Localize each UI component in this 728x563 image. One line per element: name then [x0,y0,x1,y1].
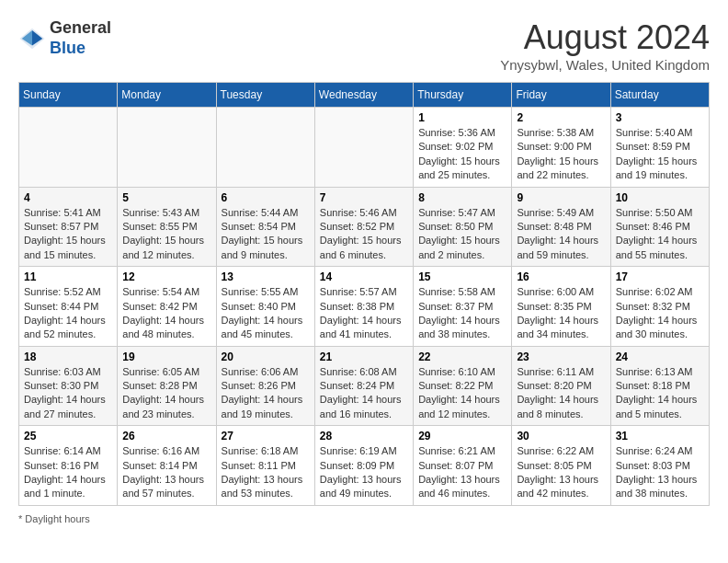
day-number: 23 [517,350,605,363]
header-thursday: Thursday [414,83,512,108]
calendar-cell: 28Sunrise: 6:19 AM Sunset: 8:09 PM Dayli… [314,426,413,506]
day-number: 3 [616,111,704,124]
day-info: Sunrise: 6:21 AM Sunset: 8:07 PM Dayligh… [418,444,506,501]
logo-general: General [50,18,111,37]
day-info: Sunrise: 6:19 AM Sunset: 8:09 PM Dayligh… [320,444,408,501]
day-number: 6 [222,191,310,204]
calendar-cell: 13Sunrise: 5:55 AM Sunset: 8:40 PM Dayli… [216,267,314,347]
day-number: 20 [222,350,310,363]
day-number: 18 [24,350,112,363]
day-info: Sunrise: 5:43 AM Sunset: 8:55 PM Dayligh… [122,206,210,263]
calendar-cell: 7Sunrise: 5:46 AM Sunset: 8:52 PM Daylig… [314,187,413,267]
day-info: Sunrise: 6:05 AM Sunset: 8:28 PM Dayligh… [122,365,210,422]
calendar-header-row: SundayMondayTuesdayWednesdayThursdayFrid… [19,83,710,108]
calendar: SundayMondayTuesdayWednesdayThursdayFrid… [18,82,710,506]
day-number: 10 [616,191,704,204]
calendar-cell: 6Sunrise: 5:44 AM Sunset: 8:54 PM Daylig… [216,187,314,267]
location: Ynysybwl, Wales, United Kingdom [500,57,710,73]
logo: General Blue [18,18,111,58]
day-info: Sunrise: 6:10 AM Sunset: 8:22 PM Dayligh… [418,365,506,422]
calendar-cell: 9Sunrise: 5:49 AM Sunset: 8:48 PM Daylig… [512,187,610,267]
calendar-cell: 16Sunrise: 6:00 AM Sunset: 8:35 PM Dayli… [512,267,610,347]
calendar-week-1: 1Sunrise: 5:36 AM Sunset: 9:02 PM Daylig… [19,108,710,188]
header-sunday: Sunday [19,83,118,108]
calendar-cell: 11Sunrise: 5:52 AM Sunset: 8:44 PM Dayli… [19,267,118,347]
calendar-cell: 2Sunrise: 5:38 AM Sunset: 9:00 PM Daylig… [512,108,610,188]
day-number: 19 [122,350,210,363]
logo-blue: Blue [50,39,85,57]
header-wednesday: Wednesday [314,83,413,108]
day-info: Sunrise: 6:06 AM Sunset: 8:26 PM Dayligh… [222,365,310,422]
calendar-cell: 29Sunrise: 6:21 AM Sunset: 8:07 PM Dayli… [414,426,512,506]
month-title: August 2024 [500,18,710,57]
calendar-cell: 5Sunrise: 5:43 AM Sunset: 8:55 PM Daylig… [118,187,216,267]
calendar-cell: 18Sunrise: 6:03 AM Sunset: 8:30 PM Dayli… [19,346,118,426]
calendar-cell: 14Sunrise: 5:57 AM Sunset: 8:38 PM Dayli… [314,267,413,347]
day-info: Sunrise: 6:13 AM Sunset: 8:18 PM Dayligh… [616,365,704,422]
calendar-cell: 31Sunrise: 6:24 AM Sunset: 8:03 PM Dayli… [610,426,709,506]
calendar-cell: 4Sunrise: 5:41 AM Sunset: 8:57 PM Daylig… [19,187,118,267]
day-number: 17 [616,270,704,283]
day-number: 14 [320,270,408,283]
calendar-cell: 23Sunrise: 6:11 AM Sunset: 8:20 PM Dayli… [512,346,610,426]
day-number: 11 [24,270,112,283]
calendar-cell [118,108,216,188]
day-info: Sunrise: 6:22 AM Sunset: 8:05 PM Dayligh… [517,444,605,501]
day-number: 29 [418,430,506,442]
day-info: Sunrise: 6:24 AM Sunset: 8:03 PM Dayligh… [616,444,704,501]
calendar-cell: 27Sunrise: 6:18 AM Sunset: 8:11 PM Dayli… [216,426,314,506]
calendar-cell: 17Sunrise: 6:02 AM Sunset: 8:32 PM Dayli… [610,267,709,347]
calendar-cell: 21Sunrise: 6:08 AM Sunset: 8:24 PM Dayli… [314,346,413,426]
day-number: 31 [616,430,704,442]
day-number: 13 [222,270,310,283]
calendar-cell: 20Sunrise: 6:06 AM Sunset: 8:26 PM Dayli… [216,346,314,426]
day-info: Sunrise: 5:38 AM Sunset: 9:00 PM Dayligh… [517,126,605,183]
calendar-cell: 26Sunrise: 6:16 AM Sunset: 8:14 PM Dayli… [118,426,216,506]
day-info: Sunrise: 5:55 AM Sunset: 8:40 PM Dayligh… [222,285,310,342]
day-info: Sunrise: 6:03 AM Sunset: 8:30 PM Dayligh… [24,365,112,422]
calendar-cell [19,108,118,188]
day-info: Sunrise: 6:14 AM Sunset: 8:16 PM Dayligh… [24,444,112,501]
day-number: 24 [616,350,704,363]
calendar-week-3: 11Sunrise: 5:52 AM Sunset: 8:44 PM Dayli… [19,267,710,347]
day-info: Sunrise: 5:46 AM Sunset: 8:52 PM Dayligh… [320,206,408,263]
calendar-cell: 24Sunrise: 6:13 AM Sunset: 8:18 PM Dayli… [610,346,709,426]
calendar-cell: 19Sunrise: 6:05 AM Sunset: 8:28 PM Dayli… [118,346,216,426]
day-number: 4 [24,191,112,204]
title-area: August 2024 Ynysybwl, Wales, United King… [500,18,710,73]
day-number: 1 [418,111,506,124]
header-tuesday: Tuesday [216,83,314,108]
day-number: 25 [24,430,112,442]
day-number: 12 [122,270,210,283]
day-number: 16 [517,270,605,283]
day-number: 28 [320,430,408,442]
calendar-week-4: 18Sunrise: 6:03 AM Sunset: 8:30 PM Dayli… [19,346,710,426]
header-saturday: Saturday [610,83,709,108]
day-info: Sunrise: 5:50 AM Sunset: 8:46 PM Dayligh… [616,206,704,263]
day-number: 5 [122,191,210,204]
day-info: Sunrise: 6:00 AM Sunset: 8:35 PM Dayligh… [517,285,605,342]
day-info: Sunrise: 5:57 AM Sunset: 8:38 PM Dayligh… [320,285,408,342]
calendar-cell [216,108,314,188]
day-info: Sunrise: 6:08 AM Sunset: 8:24 PM Dayligh… [320,365,408,422]
day-number: 8 [418,191,506,204]
calendar-cell: 25Sunrise: 6:14 AM Sunset: 8:16 PM Dayli… [19,426,118,506]
calendar-cell: 1Sunrise: 5:36 AM Sunset: 9:02 PM Daylig… [414,108,512,188]
calendar-cell: 10Sunrise: 5:50 AM Sunset: 8:46 PM Dayli… [610,187,709,267]
day-number: 27 [222,430,310,442]
calendar-cell [314,108,413,188]
calendar-cell: 8Sunrise: 5:47 AM Sunset: 8:50 PM Daylig… [414,187,512,267]
calendar-week-5: 25Sunrise: 6:14 AM Sunset: 8:16 PM Dayli… [19,426,710,506]
day-info: Sunrise: 6:16 AM Sunset: 8:14 PM Dayligh… [122,444,210,501]
day-info: Sunrise: 5:58 AM Sunset: 8:37 PM Dayligh… [418,285,506,342]
day-number: 22 [418,350,506,363]
day-number: 7 [320,191,408,204]
header-friday: Friday [512,83,610,108]
calendar-week-2: 4Sunrise: 5:41 AM Sunset: 8:57 PM Daylig… [19,187,710,267]
header: General Blue August 2024 Ynysybwl, Wales… [18,18,710,73]
day-number: 2 [517,111,605,124]
day-number: 15 [418,270,506,283]
day-info: Sunrise: 5:49 AM Sunset: 8:48 PM Dayligh… [517,206,605,263]
header-monday: Monday [118,83,216,108]
day-info: Sunrise: 6:02 AM Sunset: 8:32 PM Dayligh… [616,285,704,342]
